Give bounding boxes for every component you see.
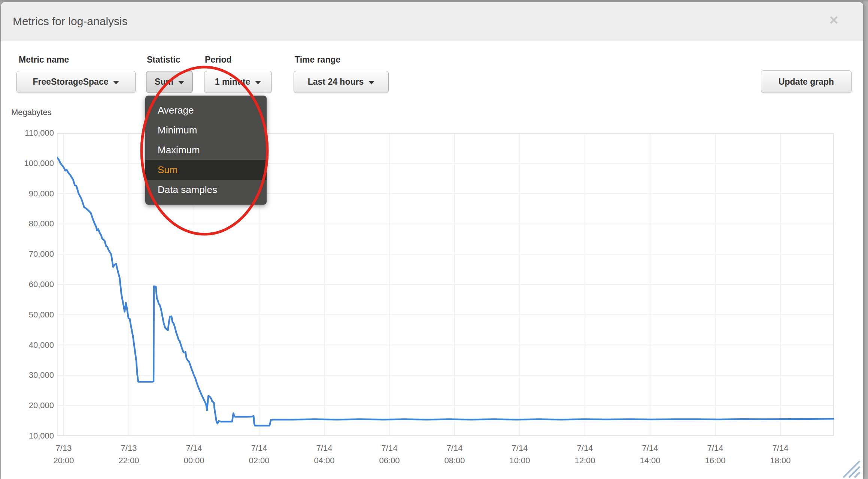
metric-name-label: Metric name bbox=[19, 55, 69, 65]
x-tick-label: 7/1416:00 bbox=[682, 442, 748, 467]
x-tick-date: 7/13 bbox=[31, 442, 97, 454]
caret-down-icon bbox=[255, 81, 261, 84]
y-tick-label: 110,000 bbox=[7, 128, 54, 138]
x-tick-label: 7/1402:00 bbox=[226, 442, 292, 467]
x-tick-label: 7/1406:00 bbox=[356, 442, 422, 467]
y-tick-label: 80,000 bbox=[7, 219, 54, 229]
x-tick-time: 04:00 bbox=[291, 454, 357, 467]
x-tick-date: 7/13 bbox=[96, 442, 162, 454]
metric-name-dropdown[interactable]: FreeStorageSpace bbox=[16, 71, 136, 93]
screen: Metrics for log-analysis ✕ Metric name S… bbox=[0, 0, 868, 479]
period-dropdown[interactable]: 1 minute bbox=[204, 71, 272, 93]
y-tick-label: 40,000 bbox=[7, 340, 54, 350]
period-value: 1 minute bbox=[215, 77, 251, 87]
time-range-label: Time range bbox=[295, 55, 340, 65]
x-tick-date: 7/14 bbox=[291, 442, 357, 454]
time-range-value: Last 24 hours bbox=[308, 77, 364, 87]
menu-item-sum[interactable]: Sum bbox=[145, 160, 267, 180]
resize-handle-icon[interactable] bbox=[837, 458, 863, 479]
x-tick-label: 7/1400:00 bbox=[161, 442, 227, 467]
close-icon[interactable]: ✕ bbox=[829, 14, 839, 26]
x-tick-date: 7/14 bbox=[617, 442, 683, 454]
x-tick-label: 7/1404:00 bbox=[291, 442, 357, 467]
update-graph-button[interactable]: Update graph bbox=[761, 70, 852, 93]
x-tick-label: 7/1412:00 bbox=[552, 442, 618, 467]
caret-down-icon bbox=[178, 81, 184, 84]
x-tick-time: 02:00 bbox=[226, 454, 292, 467]
x-tick-label: 7/1322:00 bbox=[96, 442, 162, 467]
menu-item-average[interactable]: Average bbox=[145, 100, 267, 120]
x-tick-label: 7/1418:00 bbox=[747, 442, 813, 467]
y-tick-label: 70,000 bbox=[7, 249, 54, 259]
statistic-value: Sum bbox=[155, 77, 173, 87]
x-tick-time: 20:00 bbox=[31, 454, 97, 467]
period-label: Period bbox=[205, 55, 232, 65]
update-graph-label: Update graph bbox=[779, 77, 834, 87]
x-tick-label: 7/1320:00 bbox=[31, 442, 97, 467]
x-tick-date: 7/14 bbox=[226, 442, 292, 454]
y-tick-label: 90,000 bbox=[7, 189, 54, 199]
x-tick-date: 7/14 bbox=[161, 442, 227, 454]
x-tick-time: 00:00 bbox=[161, 454, 227, 467]
dialog-header: Metrics for log-analysis ✕ bbox=[1, 2, 863, 41]
y-tick-label: 100,000 bbox=[7, 159, 54, 168]
statistic-dropdown[interactable]: Sum bbox=[146, 71, 193, 93]
statistic-menu: Average Minimum Maximum Sum Data samples bbox=[145, 96, 267, 205]
menu-item-minimum[interactable]: Minimum bbox=[145, 120, 267, 140]
x-tick-date: 7/14 bbox=[356, 442, 422, 454]
x-tick-date: 7/14 bbox=[682, 442, 748, 454]
menu-item-maximum[interactable]: Maximum bbox=[145, 140, 267, 160]
x-tick-label: 7/1414:00 bbox=[617, 442, 683, 467]
y-tick-label: 50,000 bbox=[7, 310, 54, 320]
y-tick-label: 60,000 bbox=[7, 280, 54, 289]
x-tick-date: 7/14 bbox=[487, 442, 553, 454]
x-tick-date: 7/14 bbox=[552, 442, 618, 454]
x-tick-time: 08:00 bbox=[422, 454, 488, 467]
y-axis-unit-label: Megabytes bbox=[11, 108, 52, 117]
menu-item-data-samples[interactable]: Data samples bbox=[145, 180, 267, 200]
y-tick-label: 30,000 bbox=[7, 370, 54, 380]
time-range-dropdown[interactable]: Last 24 hours bbox=[294, 71, 389, 93]
x-tick-time: 16:00 bbox=[682, 454, 748, 467]
x-tick-time: 22:00 bbox=[96, 454, 162, 467]
x-tick-time: 14:00 bbox=[617, 454, 683, 467]
y-tick-label: 10,000 bbox=[7, 431, 54, 441]
x-tick-time: 06:00 bbox=[356, 454, 422, 467]
y-tick-label: 20,000 bbox=[7, 401, 54, 410]
x-tick-date: 7/14 bbox=[747, 442, 813, 454]
caret-down-icon bbox=[113, 81, 119, 84]
x-tick-time: 10:00 bbox=[487, 454, 553, 467]
x-tick-label: 7/1410:00 bbox=[487, 442, 553, 467]
x-tick-time: 12:00 bbox=[552, 454, 618, 467]
x-tick-date: 7/14 bbox=[422, 442, 488, 454]
caret-down-icon bbox=[368, 81, 374, 84]
statistic-label: Statistic bbox=[147, 55, 180, 65]
dialog-title: Metrics for log-analysis bbox=[13, 15, 128, 28]
metric-name-value: FreeStorageSpace bbox=[33, 77, 109, 87]
x-tick-time: 18:00 bbox=[747, 454, 813, 467]
x-tick-label: 7/1408:00 bbox=[422, 442, 488, 467]
